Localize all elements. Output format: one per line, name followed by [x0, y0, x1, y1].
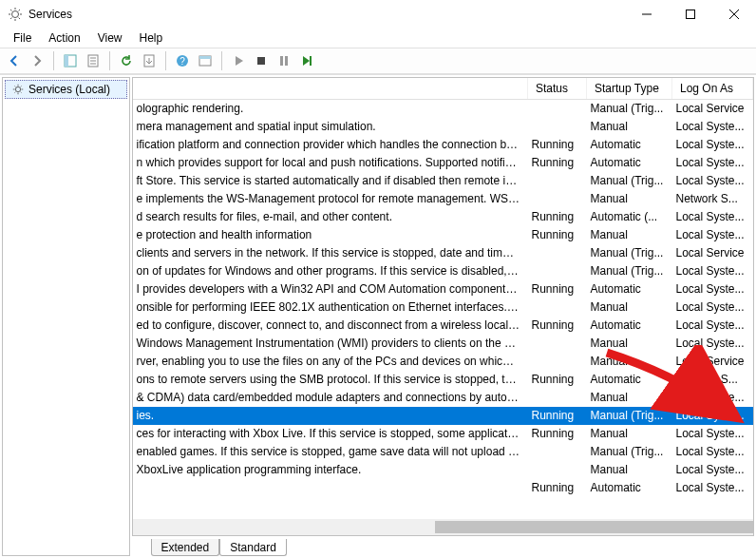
table-cell: Manual — [587, 190, 672, 208]
svg-text:?: ? — [180, 56, 185, 67]
table-cell: Windows Management Instrumentation (WMI)… — [133, 335, 528, 353]
minimize-button[interactable] — [625, 0, 669, 29]
tree-node-label: Services (Local) — [28, 83, 110, 96]
table-row[interactable]: ft Store. This service is started automa… — [133, 172, 753, 190]
table-cell: Manual (Trig... — [587, 443, 672, 461]
table-row[interactable]: Windows Management Instrumentation (WMI)… — [133, 335, 753, 353]
menu-view[interactable]: View — [90, 29, 130, 47]
table-cell: Local Service — [672, 353, 753, 371]
scrollbar-thumb[interactable] — [435, 521, 754, 533]
table-cell: ces for interacting with Xbox Live. If t… — [133, 425, 528, 443]
svg-point-14 — [15, 87, 20, 91]
table-row[interactable]: XboxLive application programming interfa… — [133, 461, 753, 479]
back-button[interactable] — [4, 50, 25, 71]
table-cell: ons to remote servers using the SMB prot… — [133, 371, 528, 389]
table-cell: Running — [528, 280, 587, 298]
table-cell — [528, 353, 587, 371]
table-cell: Automatic — [587, 280, 672, 298]
table-cell: ification platform and connection provid… — [133, 136, 528, 154]
col-header-logon[interactable]: Log On As — [672, 78, 753, 100]
stop-service-button[interactable] — [251, 50, 272, 71]
table-row[interactable]: RunningAutomaticLocal Syste... — [133, 479, 753, 497]
col-header-status[interactable]: Status — [528, 78, 587, 100]
show-hide-tree-button[interactable] — [60, 50, 81, 71]
svg-rect-10 — [257, 57, 265, 65]
table-cell: Local Syste... — [672, 280, 753, 298]
services-grid[interactable]: Status Startup Type Log On As olographic… — [133, 78, 754, 497]
table-cell: Local Syste... — [672, 335, 753, 353]
table-row[interactable]: n which provides support for local and p… — [133, 154, 753, 172]
table-row[interactable]: e implements the WS-Management protocol … — [133, 190, 753, 208]
scrollbar-track[interactable] — [245, 519, 754, 535]
properties-button[interactable] — [83, 50, 104, 71]
restart-service-button[interactable] — [296, 50, 317, 71]
table-cell: Running — [528, 208, 587, 226]
refresh-button[interactable] — [116, 50, 137, 71]
table-cell: I provides developers with a Win32 API a… — [133, 280, 528, 298]
table-cell — [528, 461, 587, 479]
table-row[interactable]: ification platform and connection provid… — [133, 136, 753, 154]
table-row[interactable]: ies.RunningManual (Trig...Local Syste... — [133, 407, 753, 425]
tree-node-services-local[interactable]: Services (Local) — [5, 80, 127, 99]
table-cell: Local Syste... — [672, 118, 753, 136]
table-row[interactable]: on of updates for Windows and other prog… — [133, 262, 753, 280]
table-row[interactable]: & CDMA) data card/embedded module adapte… — [133, 389, 753, 407]
forward-button[interactable] — [27, 50, 47, 71]
show-hide-action-button[interactable] — [195, 50, 216, 71]
table-row[interactable]: e protection and health informationRunni… — [133, 226, 753, 244]
table-row[interactable]: clients and servers in the network. If t… — [133, 244, 753, 262]
close-button[interactable] — [712, 0, 756, 29]
view-tabs: Extended Standard — [132, 535, 755, 556]
table-cell — [528, 298, 587, 317]
menubar: File Action View Help — [0, 29, 756, 48]
menu-action[interactable]: Action — [41, 29, 87, 47]
table-cell: Running — [528, 317, 587, 335]
menu-help[interactable]: Help — [132, 29, 171, 47]
table-cell: Local Syste... — [672, 443, 753, 461]
export-list-button[interactable] — [139, 50, 160, 71]
table-row[interactable]: ces for interacting with Xbox Live. If t… — [133, 425, 753, 443]
col-header-startup[interactable]: Startup Type — [587, 78, 672, 100]
column-headers[interactable]: Status Startup Type Log On As — [133, 78, 753, 100]
table-cell: Local Syste... — [672, 317, 753, 335]
table-cell: Manual — [587, 389, 672, 407]
table-cell: Manual — [587, 118, 672, 136]
table-cell: onsible for performing IEEE 802.1X authe… — [133, 298, 528, 317]
table-row[interactable]: onsible for performing IEEE 802.1X authe… — [133, 298, 753, 317]
table-row[interactable]: olographic rendering.Manual (Trig...Loca… — [133, 100, 753, 118]
table-cell: Network S... — [672, 190, 753, 208]
pause-service-button[interactable] — [274, 50, 294, 71]
svg-rect-12 — [285, 56, 288, 66]
gear-icon — [11, 83, 25, 96]
help-button[interactable]: ? — [172, 50, 193, 71]
tab-extended[interactable]: Extended — [151, 539, 220, 556]
table-row[interactable]: ed to configure, discover, connect to, a… — [133, 317, 753, 335]
tree-pane[interactable]: Services (Local) — [2, 77, 130, 556]
services-grid-wrap[interactable]: Status Startup Type Log On As olographic… — [132, 77, 755, 536]
table-cell: e implements the WS-Management protocol … — [133, 190, 528, 208]
table-row[interactable]: mera management and spatial input simula… — [133, 118, 753, 136]
start-service-button[interactable] — [228, 50, 249, 71]
horizontal-scrollbar[interactable] — [133, 519, 754, 535]
table-cell: ft Store. This service is started automa… — [133, 172, 528, 190]
menu-file[interactable]: File — [6, 29, 39, 47]
table-cell: ies. — [133, 407, 528, 425]
maximize-button[interactable] — [669, 0, 712, 29]
table-row[interactable]: ons to remote servers using the SMB prot… — [133, 371, 753, 389]
table-cell: XboxLive application programming interfa… — [133, 461, 528, 479]
table-cell: Local Service — [672, 244, 753, 262]
table-row[interactable]: I provides developers with a Win32 API a… — [133, 280, 753, 298]
table-row[interactable]: rver, enabling you to use the files on a… — [133, 353, 753, 371]
table-cell: Running — [528, 154, 587, 172]
table-cell: Network S... — [672, 371, 753, 389]
svg-rect-11 — [280, 56, 283, 66]
col-header-description[interactable] — [133, 78, 528, 100]
table-cell: Manual — [587, 335, 672, 353]
table-row[interactable]: enabled games. If this service is stoppe… — [133, 443, 753, 461]
table-row[interactable]: d search results for files, e-mail, and … — [133, 208, 753, 226]
table-cell: Manual (Trig... — [587, 172, 672, 190]
table-cell: Running — [528, 407, 587, 425]
table-cell: enabled games. If this service is stoppe… — [133, 443, 528, 461]
tab-standard[interactable]: Standard — [219, 539, 287, 556]
window-controls — [625, 0, 756, 29]
